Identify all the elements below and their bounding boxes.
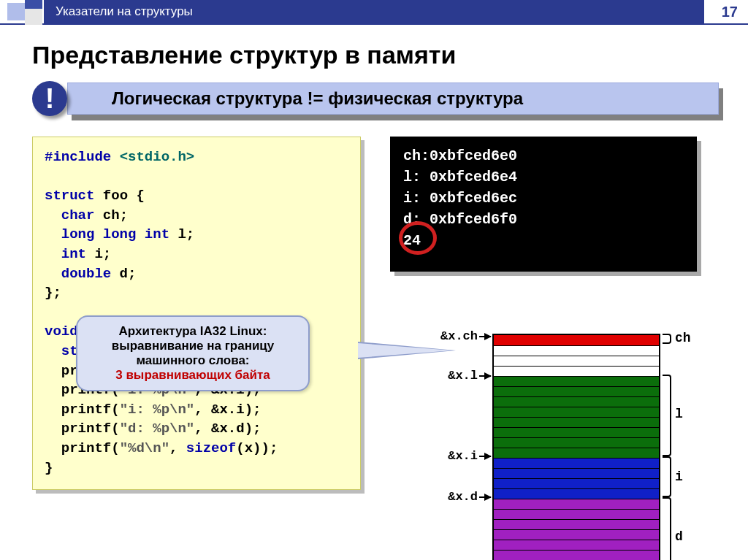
memory-byte-row	[494, 417, 659, 427]
top-bar: Указатели на структуры 17	[0, 0, 748, 25]
callout-line2: выравнивание на границу машинного слова:	[88, 339, 298, 368]
ptr-label-i: &x.i	[397, 449, 478, 463]
page-number: 17	[704, 0, 748, 23]
memory-byte-row	[494, 499, 659, 509]
field-label-l: l	[675, 407, 683, 421]
brace-icon	[663, 497, 671, 560]
arrow-icon	[479, 456, 491, 457]
term-line: 24	[403, 230, 684, 251]
memory-byte-row	[494, 519, 659, 529]
memory-byte-row	[494, 335, 659, 345]
memory-byte-row	[494, 376, 659, 386]
memory-byte-row	[494, 427, 659, 437]
field-label-ch: ch	[675, 331, 691, 345]
ptr-label-l: &x.l	[397, 369, 478, 383]
memory-byte-row	[494, 386, 659, 396]
memory-byte-row	[494, 448, 659, 458]
memory-byte-row	[494, 366, 659, 376]
memory-byte-row	[494, 550, 659, 560]
breadcrumb: Указатели на структуры	[44, 0, 704, 23]
term-line: i: 0xbfced6ec	[403, 188, 684, 209]
field-label-i: i	[675, 469, 683, 484]
brace-icon	[663, 375, 671, 456]
arrow-icon	[479, 336, 491, 337]
term-line: d: 0xbfced6f0	[403, 209, 684, 230]
exclaim-icon: !	[32, 81, 67, 116]
memory-byte-row	[494, 529, 659, 540]
memory-byte-row	[494, 345, 659, 356]
highlight-circle-icon	[399, 221, 437, 255]
memory-byte-row	[494, 407, 659, 417]
band-text: Логическая структура != физическая струк…	[67, 83, 719, 115]
alignment-callout: Архитектура IA32 Linux: выравнивание на …	[76, 315, 310, 391]
code-listing: #include <stdio.h> struct foo { char ch;…	[32, 137, 361, 490]
memory-byte-row	[494, 458, 659, 468]
logo-decor	[0, 0, 44, 23]
memory-byte-row	[494, 356, 659, 366]
memory-byte-row	[494, 488, 659, 499]
memory-byte-row	[494, 540, 659, 550]
memory-stack	[492, 334, 660, 560]
memory-byte-row	[494, 437, 659, 448]
callout-band: Логическая структура != физическая струк…	[32, 83, 719, 120]
brace-icon	[663, 334, 671, 344]
memory-byte-row	[494, 478, 659, 488]
brace-icon	[663, 456, 671, 497]
term-line: ch:0xbfced6e0	[403, 145, 684, 166]
arrow-icon	[479, 496, 491, 498]
memory-byte-row	[494, 396, 659, 407]
callout-line3: 3 выравнивающих байта	[88, 368, 298, 383]
callout-line1: Архитектура IA32 Linux:	[88, 324, 298, 339]
field-label-d: d	[675, 529, 683, 544]
term-line: l: 0xbfced6e4	[403, 166, 684, 188]
arrow-icon	[479, 375, 491, 377]
ptr-label-d: &x.d	[397, 490, 478, 504]
terminal-output: ch:0xbfced6e0 l: 0xbfced6e4 i: 0xbfced6e…	[390, 137, 697, 272]
page-title: Представление структур в памяти	[32, 41, 748, 69]
memory-byte-row	[494, 468, 659, 478]
memory-byte-row	[494, 509, 659, 519]
